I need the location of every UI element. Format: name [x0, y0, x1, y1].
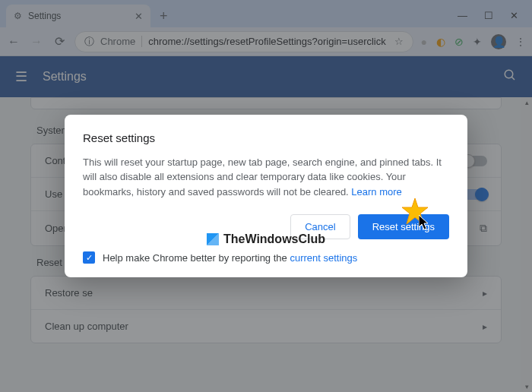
dialog-body: This will reset your startup page, new t…: [83, 155, 449, 200]
current-settings-link[interactable]: current settings: [290, 252, 357, 264]
footer-text: Help make Chrome better by reporting the…: [103, 252, 357, 264]
dialog-title: Reset settings: [83, 131, 449, 144]
report-checkbox[interactable]: ✓: [83, 251, 95, 264]
reset-settings-dialog: Reset settings This will reset your star…: [65, 115, 467, 278]
modal-overlay: Reset settings This will reset your star…: [0, 0, 532, 392]
reset-settings-button[interactable]: Reset settings: [358, 214, 449, 239]
dialog-actions: Cancel Reset settings: [83, 214, 449, 239]
dialog-footer: ✓ Help make Chrome better by reporting t…: [83, 251, 449, 264]
cancel-button[interactable]: Cancel: [290, 214, 350, 239]
learn-more-link[interactable]: Learn more: [351, 186, 401, 198]
